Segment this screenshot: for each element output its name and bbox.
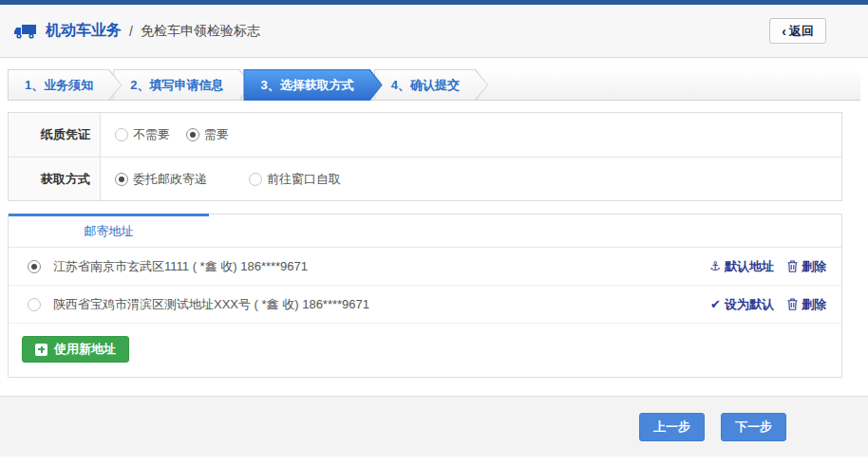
app-title: 机动车业务 [46, 21, 122, 41]
tab-header-spacer [209, 214, 841, 247]
trash-icon [787, 260, 798, 272]
radio-label: 委托邮政寄递 [133, 171, 207, 188]
step-1-notice[interactable]: 1、业务须知 [8, 69, 122, 101]
radio-group-paper-voucher: 不需要 需要 [101, 113, 229, 157]
form-label: 纸质凭证 [9, 113, 101, 157]
page-title: 免检车申领检验标志 [141, 23, 260, 40]
footer-bar: 上一步 下一步 [0, 396, 868, 457]
radio-option-postal-delivery[interactable]: 委托邮政寄递 [115, 171, 207, 188]
new-address-row: 使用新地址 [9, 324, 841, 377]
back-button-label: 返回 [789, 23, 814, 40]
next-step-button[interactable]: 下一步 [721, 413, 786, 441]
step-label: 2、填写申请信息 [113, 69, 252, 101]
radio-checked-icon[interactable] [28, 260, 41, 273]
radio-group-obtain-method: 委托邮政寄递 前往窗口自取 [101, 158, 341, 200]
truck-icon [13, 23, 38, 40]
radio-label: 前往窗口自取 [267, 171, 341, 188]
use-new-address-label: 使用新地址 [54, 341, 116, 358]
address-tab-header: 邮寄地址 [9, 214, 841, 248]
set-default-link[interactable]: ✔ 设为默认 [710, 296, 774, 313]
action-label: 删除 [802, 296, 826, 313]
action-label: 默认地址 [725, 258, 774, 275]
radio-label: 不需要 [133, 126, 170, 143]
address-row-2[interactable]: 陕西省宝鸡市渭滨区测试地址XXX号 ( *鑫 收) 186****9671 ✔ … [9, 286, 841, 324]
check-icon: ✔ [710, 298, 721, 310]
address-actions: ✔ 设为默认 删除 [710, 296, 826, 313]
tab-mailing-address[interactable]: 邮寄地址 [9, 214, 209, 247]
address-row-1[interactable]: 江苏省南京市玄武区1111 ( *鑫 收) 186****9671 ⚓ 默认地址… [9, 248, 841, 286]
action-label: 设为默认 [725, 296, 774, 313]
radio-label: 需要 [204, 126, 229, 143]
address-actions: ⚓ 默认地址 删除 [709, 258, 826, 275]
step-label: 3、选择获取方式 [243, 69, 382, 101]
page-header: 机动车业务 / 免检车申领检验标志 ‹ 返回 [0, 5, 868, 58]
step-3-choose-method[interactable]: 3、选择获取方式 [243, 69, 382, 101]
plus-icon [35, 344, 47, 356]
radio-icon[interactable] [28, 298, 41, 311]
chevron-left-icon: ‹ [782, 24, 786, 39]
anchor-icon: ⚓ [709, 260, 721, 272]
radio-option-not-needed[interactable]: 不需要 [115, 126, 170, 143]
previous-step-button[interactable]: 上一步 [639, 413, 705, 441]
address-text: 陕西省宝鸡市渭滨区测试地址XXX号 ( *鑫 收) 186****9671 [53, 296, 710, 313]
step-wizard: 1、业务须知 2、填写申请信息 3、选择获取方式 4、确认提交 [8, 69, 860, 101]
radio-option-needed[interactable]: 需要 [186, 126, 229, 143]
radio-icon[interactable] [249, 173, 262, 186]
breadcrumb: 机动车业务 / 免检车申领检验标志 [13, 21, 769, 41]
mailing-address-panel: 邮寄地址 江苏省南京市玄武区1111 ( *鑫 收) 186****9671 ⚓… [8, 214, 842, 378]
back-button[interactable]: ‹ 返回 [769, 18, 826, 44]
radio-icon[interactable] [115, 128, 128, 141]
address-text: 江苏省南京市玄武区1111 ( *鑫 收) 186****9671 [53, 258, 709, 275]
breadcrumb-separator: / [129, 24, 133, 39]
default-address-link[interactable]: ⚓ 默认地址 [709, 258, 774, 275]
step-4-confirm-submit[interactable]: 4、确认提交 [374, 69, 488, 101]
options-form: 纸质凭证 不需要 需要 获取方式 委托邮政寄递 前往窗口自取 [8, 112, 842, 201]
trash-icon [787, 298, 798, 310]
use-new-address-button[interactable]: 使用新地址 [22, 336, 129, 363]
form-row-paper-voucher: 纸质凭证 不需要 需要 [9, 113, 841, 157]
radio-checked-icon[interactable] [186, 128, 199, 141]
delete-address-link[interactable]: 删除 [787, 296, 826, 313]
form-row-obtain-method: 获取方式 委托邮政寄递 前往窗口自取 [9, 157, 841, 200]
delete-address-link[interactable]: 删除 [787, 258, 826, 275]
radio-checked-icon[interactable] [115, 173, 128, 186]
step-label: 4、确认提交 [374, 69, 488, 101]
step-2-fill-info[interactable]: 2、填写申请信息 [113, 69, 252, 101]
step-label: 1、业务须知 [8, 69, 122, 101]
action-label: 删除 [802, 258, 826, 275]
radio-option-window-pickup[interactable]: 前往窗口自取 [249, 171, 341, 188]
form-label: 获取方式 [9, 158, 101, 200]
